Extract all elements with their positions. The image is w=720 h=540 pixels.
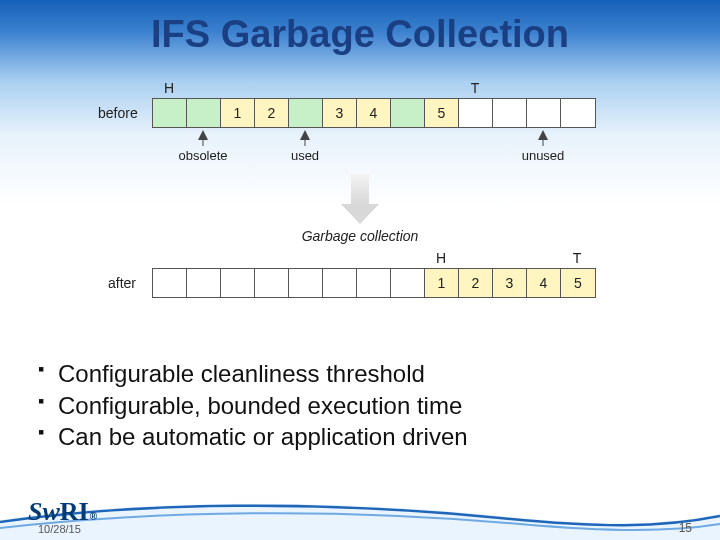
- arrow-up-icon: [300, 130, 310, 140]
- memory-cell: [153, 99, 187, 127]
- memory-cell: [187, 269, 221, 297]
- bullet-item: Configurable cleanliness threshold: [38, 358, 678, 390]
- memory-cell: [391, 99, 425, 127]
- slide-title: IFS Garbage Collection: [0, 14, 720, 56]
- before-row: before 12345: [110, 98, 610, 128]
- annot-unused: unused: [522, 148, 565, 163]
- slide: IFS Garbage Collection H T before 12345 …: [0, 0, 720, 540]
- before-annotation-row: obsolete used unused: [110, 128, 610, 168]
- bullet-item: Configurable, bounded execution time: [38, 390, 678, 422]
- annot-used: used: [291, 148, 319, 163]
- memory-cell: [459, 99, 493, 127]
- arrow-stem: [543, 140, 544, 146]
- memory-cell: 1: [221, 99, 255, 127]
- memory-cell: [153, 269, 187, 297]
- memory-cell: 3: [323, 99, 357, 127]
- footer: SwRI® 10/28/15 15: [0, 488, 720, 540]
- after-row: after 12345: [110, 268, 610, 298]
- memory-cell: [561, 99, 595, 127]
- memory-cell: [187, 99, 221, 127]
- memory-cell: 2: [459, 269, 493, 297]
- memory-cell: 2: [255, 99, 289, 127]
- memory-cell: [391, 269, 425, 297]
- memory-cell: 3: [493, 269, 527, 297]
- arrow-stem: [203, 140, 204, 146]
- memory-cell: 4: [357, 99, 391, 127]
- memory-cell: [493, 99, 527, 127]
- memory-cell: [527, 99, 561, 127]
- memory-cell: [255, 269, 289, 297]
- memory-cell: 5: [561, 269, 595, 297]
- arrow-stem: [305, 140, 306, 146]
- wave-decoration: [0, 494, 720, 540]
- before-label: before: [98, 105, 138, 121]
- footer-date: 10/28/15: [38, 523, 81, 535]
- gc-diagram: H T before 12345 obsolete used unused Ga…: [110, 80, 610, 298]
- memory-cell: 4: [527, 269, 561, 297]
- page-number: 15: [679, 521, 692, 535]
- pointer-t-after: T: [567, 250, 587, 266]
- memory-cell: 1: [425, 269, 459, 297]
- pointer-h-before: H: [159, 80, 179, 96]
- after-label: after: [108, 275, 136, 291]
- arrow-up-icon: [198, 130, 208, 140]
- after-cells: 12345: [152, 268, 596, 298]
- arrow-up-icon: [538, 130, 548, 140]
- memory-cell: [289, 269, 323, 297]
- memory-cell: [221, 269, 255, 297]
- before-cells: 12345: [152, 98, 596, 128]
- memory-cell: [289, 99, 323, 127]
- bullet-item: Can be automatic or application driven: [38, 421, 678, 453]
- logo-registered: ®: [90, 511, 97, 522]
- annot-obsolete: obsolete: [178, 148, 227, 163]
- after-pointer-row: H T: [110, 250, 610, 268]
- pointer-h-after: H: [431, 250, 451, 266]
- memory-cell: [357, 269, 391, 297]
- memory-cell: [323, 269, 357, 297]
- gc-arrow-icon: [341, 174, 379, 226]
- pointer-t-before: T: [465, 80, 485, 96]
- before-pointer-row: H T: [110, 80, 610, 98]
- gc-label: Garbage collection: [110, 228, 610, 244]
- bullet-list: Configurable cleanliness threshold Confi…: [38, 358, 678, 453]
- memory-cell: 5: [425, 99, 459, 127]
